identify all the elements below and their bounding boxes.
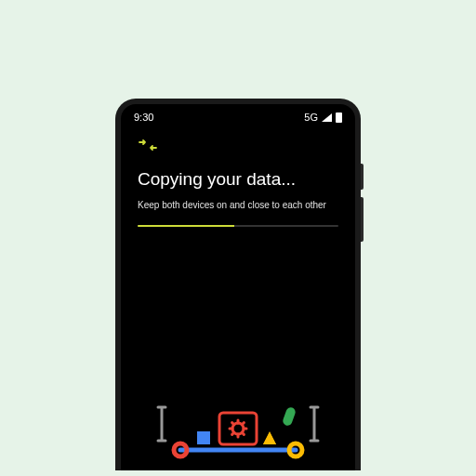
transfer-icon xyxy=(138,138,338,156)
progress-fill xyxy=(138,225,234,227)
conveyor-icon xyxy=(145,387,331,470)
illustration xyxy=(121,377,355,470)
svg-line-10 xyxy=(232,432,234,434)
side-button xyxy=(361,197,364,242)
svg-line-11 xyxy=(242,423,244,425)
network-label: 5G xyxy=(304,112,318,123)
page-subtitle: Keep both devices on and close to each o… xyxy=(138,199,338,212)
svg-rect-2 xyxy=(219,413,257,444)
status-bar: 9:30 5G xyxy=(121,104,355,126)
svg-line-8 xyxy=(232,423,234,425)
page-title: Copying your data... xyxy=(138,169,338,190)
phone-frame: 9:30 5G Copying your data... Keep both d… xyxy=(115,99,361,470)
phone-screen: 9:30 5G Copying your data... Keep both d… xyxy=(121,104,355,470)
progress-bar xyxy=(138,225,338,227)
svg-marker-14 xyxy=(263,431,276,444)
side-button xyxy=(361,164,364,190)
svg-rect-15 xyxy=(282,406,297,427)
content-area: Copying your data... Keep both devices o… xyxy=(121,126,355,227)
svg-line-9 xyxy=(242,432,244,434)
battery-icon xyxy=(336,112,342,123)
signal-icon xyxy=(322,113,332,122)
status-time: 9:30 xyxy=(134,112,153,123)
svg-rect-12 xyxy=(197,431,210,444)
status-right: 5G xyxy=(304,112,342,123)
